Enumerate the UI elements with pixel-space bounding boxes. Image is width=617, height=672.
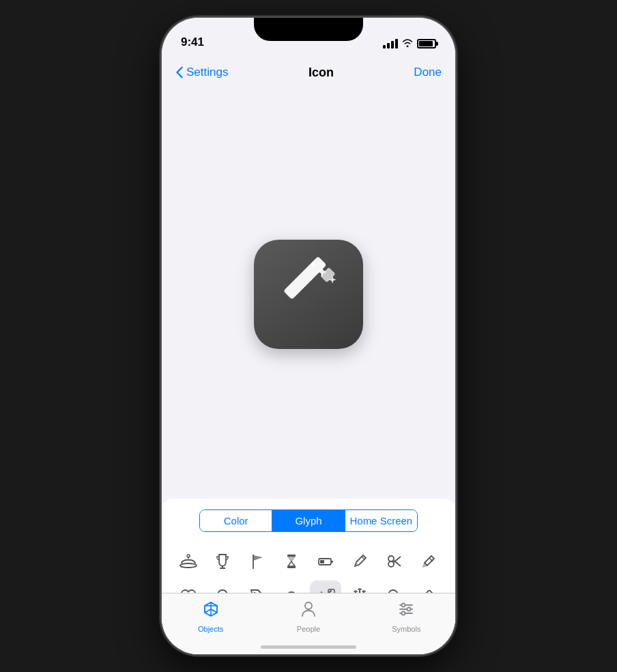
bottom-panel: Color Glyph Home Screen [162, 499, 455, 654]
content-area: Color Glyph Home Screen [162, 90, 455, 654]
back-label: Settings [186, 66, 228, 79]
segment-glyph[interactable]: Glyph [272, 510, 344, 531]
home-indicator [261, 645, 356, 649]
person-icon [300, 600, 317, 622]
svg-rect-0 [283, 257, 327, 300]
svg-rect-11 [331, 561, 333, 563]
glyph-trophy[interactable] [207, 546, 238, 577]
svg-point-47 [407, 608, 411, 611]
tab-objects-label: Objects [198, 625, 223, 633]
svg-line-41 [211, 609, 217, 613]
nav-title: Icon [308, 66, 334, 80]
glyph-dropper[interactable] [413, 546, 444, 577]
tab-people[interactable]: People [281, 600, 336, 633]
tab-symbols-label: Symbols [392, 625, 420, 633]
segment-homescreen[interactable]: Home Screen [345, 510, 417, 531]
svg-point-2 [180, 563, 197, 568]
back-button[interactable]: Settings [175, 66, 228, 79]
cube-icon [202, 600, 220, 622]
segment-control: Color Glyph Home Screen [199, 509, 418, 532]
tab-objects[interactable]: Objects [184, 600, 238, 633]
tab-people-label: People [297, 625, 320, 633]
svg-point-48 [402, 612, 405, 615]
phone-frame: 9:41 Set [162, 18, 455, 654]
svg-point-4 [187, 555, 190, 557]
glyph-flag[interactable] [242, 546, 273, 577]
glyph-hourglass[interactable] [276, 546, 307, 577]
app-icon [254, 240, 363, 349]
svg-rect-12 [320, 560, 324, 563]
notch [254, 18, 363, 41]
chevron-left-icon [175, 66, 184, 79]
glyph-scissors[interactable] [379, 546, 410, 577]
segment-container: Color Glyph Home Screen [162, 499, 455, 540]
battery-icon [417, 39, 436, 48]
glyph-dish[interactable] [173, 546, 204, 577]
done-button[interactable]: Done [414, 66, 442, 79]
sliders-icon [397, 600, 415, 622]
status-icons [383, 38, 436, 49]
signal-icon [383, 39, 398, 48]
glyph-battery[interactable] [310, 546, 341, 577]
svg-point-46 [402, 604, 405, 607]
magic-wand-icon [271, 257, 346, 332]
wifi-icon [402, 38, 413, 49]
segment-color[interactable]: Color [200, 510, 272, 531]
svg-line-40 [205, 609, 211, 613]
nav-bar: Settings Icon Done [162, 55, 455, 90]
icon-preview [162, 90, 455, 499]
status-time: 9:41 [181, 36, 204, 49]
tab-symbols[interactable]: Symbols [379, 600, 433, 633]
glyph-pencil[interactable] [344, 546, 375, 577]
svg-point-42 [305, 602, 312, 609]
